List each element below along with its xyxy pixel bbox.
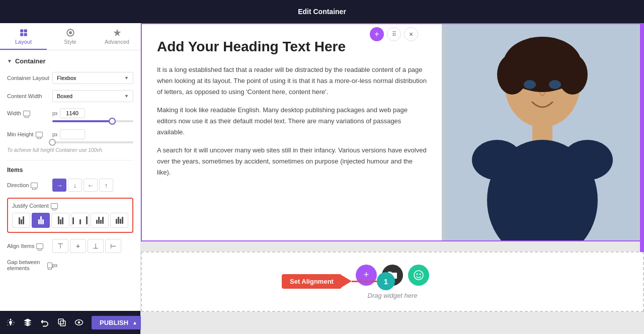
add-element-button[interactable]: + xyxy=(356,265,377,286)
emoji-button[interactable] xyxy=(408,265,429,286)
min-height-slider-row xyxy=(7,141,133,143)
align-items-label-text: Align Items xyxy=(7,243,34,249)
resize-handle-right[interactable] xyxy=(640,23,644,252)
undo-icon-button[interactable] xyxy=(40,317,49,327)
align-buttons: ⊤ + ⊥ ⊢ xyxy=(52,239,121,253)
width-slider-fill xyxy=(52,120,113,122)
svg-point-26 xyxy=(472,140,522,180)
justify-content-section: Justify Content xyxy=(7,198,133,233)
content-para-2: Making it look like readable English. Ma… xyxy=(157,105,427,138)
tab-layout[interactable]: Layout xyxy=(0,23,47,50)
align-btn-bottom[interactable]: ⊥ xyxy=(88,239,104,253)
direction-btn-down[interactable]: ↓ xyxy=(68,179,82,192)
monitor-icon-6 xyxy=(47,263,52,268)
align-btn-stretch[interactable]: ⊢ xyxy=(105,239,121,253)
canvas-area: + ⠿ × Add Your Heading Text Here It is a… xyxy=(141,23,644,334)
direction-btn-up[interactable]: ↑ xyxy=(99,179,113,192)
monitor-icon-3 xyxy=(31,183,38,188)
justify-btn-space-between[interactable] xyxy=(71,213,89,228)
direction-row: Direction → ↓ ← ↑ xyxy=(7,179,133,192)
section-arrow-icon: ▼ xyxy=(7,58,12,64)
sidebar-tabs: Layout Style Advanced xyxy=(0,23,140,50)
min-height-label: Min Height xyxy=(7,131,52,137)
items-section-title: Items xyxy=(7,166,133,174)
eye-icon-button[interactable] xyxy=(74,317,84,327)
content-block: Add Your Heading Text Here It is a long … xyxy=(141,23,644,241)
duplicate-icon-button[interactable] xyxy=(57,317,66,327)
width-slider-thumb[interactable] xyxy=(109,118,116,125)
drag-handle-button[interactable]: ⠿ xyxy=(387,27,401,41)
content-width-value: Boxed xyxy=(57,93,72,99)
width-input[interactable] xyxy=(60,108,85,118)
svg-rect-7 xyxy=(20,29,23,32)
add-widget-button[interactable]: + xyxy=(370,27,384,41)
justify-btn-space-around[interactable] xyxy=(91,213,109,228)
direction-btn-right[interactable]: → xyxy=(52,179,66,192)
justify-btn-space-evenly[interactable] xyxy=(110,213,128,228)
container-section-title: Container xyxy=(15,57,46,65)
top-bar: Edit Container xyxy=(0,0,644,23)
settings-icon-button[interactable] xyxy=(6,317,15,327)
container-layout-label: Container Layout xyxy=(7,75,52,81)
min-height-controls: px xyxy=(52,129,133,139)
justify-content-label: Justify Content xyxy=(12,203,128,209)
svg-point-27 xyxy=(562,140,613,180)
width-label: Width xyxy=(7,110,52,116)
publish-label: PUBLISH xyxy=(100,319,128,326)
svg-point-29 xyxy=(417,273,418,275)
gap-label: Gap between elements xyxy=(7,259,52,271)
layers-icon-button[interactable] xyxy=(23,317,32,327)
section-divider xyxy=(7,160,133,160)
chevron-down-icon-2: ▼ xyxy=(124,94,129,99)
tab-advanced[interactable]: Advanced xyxy=(94,23,140,50)
svg-point-12 xyxy=(69,31,72,34)
publish-button[interactable]: PUBLISH ▲ xyxy=(92,316,145,329)
gap-row: Gap between elements px xyxy=(7,259,133,271)
width-slider-track[interactable] xyxy=(52,120,133,122)
min-height-unit[interactable]: px xyxy=(52,132,58,137)
svg-rect-8 xyxy=(24,29,27,32)
min-height-input[interactable] xyxy=(60,129,85,139)
svg-point-16 xyxy=(78,321,80,324)
width-slider-row xyxy=(7,120,133,122)
drag-widget-area: + Drag widget here xyxy=(141,252,644,312)
min-height-slider-thumb[interactable] xyxy=(49,139,56,146)
svg-rect-9 xyxy=(20,33,23,36)
justify-btn-flex-end[interactable] xyxy=(51,213,69,228)
svg-rect-24 xyxy=(532,122,552,142)
folder-button[interactable] xyxy=(382,265,403,286)
container-layout-dropdown[interactable]: Flexbox ▼ xyxy=(52,72,133,84)
sidebar-content: ▼ Container Container Layout Flexbox ▼ C… xyxy=(0,50,140,311)
content-width-dropdown[interactable]: Boxed ▼ xyxy=(52,90,133,102)
justify-btn-center[interactable] xyxy=(32,213,50,228)
align-btn-center[interactable]: + xyxy=(70,239,86,253)
direction-btn-left[interactable]: ← xyxy=(84,179,98,192)
monitor-icon-2 xyxy=(36,132,43,137)
hint-text: To achieve full height Container use 100… xyxy=(7,147,133,153)
align-btn-top[interactable]: ⊤ xyxy=(52,239,68,253)
svg-point-28 xyxy=(414,271,423,280)
svg-point-21 xyxy=(557,54,588,95)
sidebar: Layout Style Advanced ▼ Container Contai… xyxy=(0,23,141,334)
monitor-icon-5 xyxy=(36,243,43,249)
person-image xyxy=(442,24,643,240)
justify-buttons xyxy=(12,213,128,228)
svg-rect-13 xyxy=(60,321,65,326)
min-height-slider-track[interactable] xyxy=(52,141,133,143)
drag-icons: + xyxy=(356,265,429,286)
content-width-row: Content Width Boxed ▼ xyxy=(7,90,133,102)
container-layout-value: Flexbox xyxy=(57,75,76,81)
tab-style[interactable]: Style xyxy=(47,23,94,50)
min-height-row: Min Height px xyxy=(7,129,133,139)
container-section-header[interactable]: ▼ Container xyxy=(7,57,133,65)
direction-label-text: Direction xyxy=(7,182,29,188)
canvas-toolbar: + ⠿ × xyxy=(370,27,418,41)
min-height-label-text: Min Height xyxy=(7,131,34,137)
svg-point-22 xyxy=(524,80,536,89)
justify-btn-flex-start[interactable] xyxy=(12,213,30,228)
direction-buttons: → ↓ ← ↑ xyxy=(52,179,113,192)
width-unit[interactable]: px xyxy=(52,111,58,116)
monitor-icon xyxy=(23,111,30,116)
gap-unit[interactable]: px xyxy=(52,263,58,268)
close-widget-button[interactable]: × xyxy=(404,27,418,41)
